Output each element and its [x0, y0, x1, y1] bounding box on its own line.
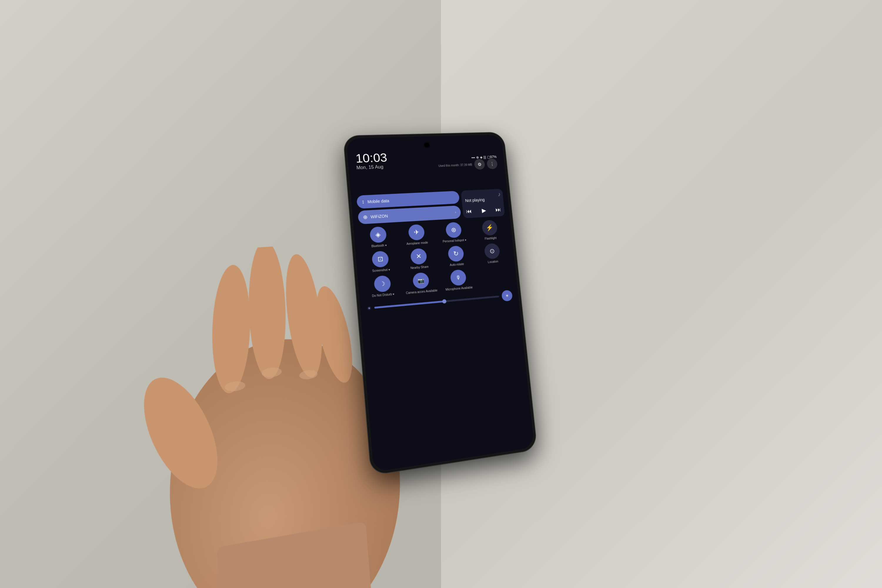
hotspot-icon: ⊛: [445, 222, 462, 238]
music-note-icon: ♪: [498, 191, 501, 198]
aeroplane-icon: ✈: [408, 224, 425, 240]
bluetooth-tile[interactable]: ◈ Bluetooth ▾: [359, 226, 397, 249]
screenshot-icon: ⊡: [371, 250, 389, 267]
mobile-data-label: Mobile data: [367, 198, 389, 204]
brightness-settings-button[interactable]: ☀: [501, 290, 513, 302]
play-button[interactable]: ▶: [481, 207, 486, 214]
flashlight-icon: ⚡: [481, 220, 498, 236]
volume-down-button[interactable]: [348, 208, 351, 224]
brightness-slider[interactable]: [374, 296, 499, 308]
more-icon: ⋮: [490, 161, 495, 166]
location-tile[interactable]: ⊙ Location: [474, 242, 510, 265]
auto-rotate-tile[interactable]: ↻ Auto-rotate: [438, 245, 474, 268]
location-icon: ⊙: [484, 243, 500, 260]
wifi-toggle[interactable]: ⊕ WiFiZON ›: [357, 206, 461, 224]
more-options-button[interactable]: ⋮: [487, 159, 498, 170]
wifi-icon: ⊕: [363, 214, 368, 220]
settings-icon: ⚙: [477, 162, 482, 167]
auto-rotate-icon: ↻: [447, 246, 464, 262]
microphone-icon: 🎙: [450, 269, 466, 286]
dnd-icon: ☽: [374, 275, 391, 292]
camera-icon: 📷: [412, 272, 429, 289]
microphone-tile[interactable]: 🎙 Microphone Available: [440, 268, 477, 292]
dnd-tile[interactable]: ☽ Do Not Disturb ▾: [363, 274, 402, 298]
hotspot-tile[interactable]: ⊛ Personal hotspot ▾: [435, 221, 472, 244]
phone: 10:03 Mon, 15 Aug ▪▪▪ ⊕ ◈ ||| ▢97% Used …: [344, 132, 537, 475]
scene: 10:03 Mon, 15 Aug ▪▪▪ ⊕ ◈ ||| ▢97% Used …: [203, 38, 660, 588]
microphone-label: Microphone Available: [446, 286, 473, 292]
flashlight-label: Flashlight: [484, 236, 496, 240]
flashlight-tile[interactable]: ⚡ Flashlight: [472, 219, 507, 242]
mobile-data-icon: ↕: [362, 199, 364, 205]
nearby-share-icon: ✕: [410, 248, 427, 265]
next-track-button[interactable]: ⏭: [495, 206, 501, 213]
volume-up-button[interactable]: [346, 189, 349, 205]
aeroplane-tile[interactable]: ✈ Aeroplane mode: [398, 224, 435, 246]
brightness-high-icon: ☀: [505, 293, 509, 298]
wifi-arrow: ›: [455, 210, 456, 214]
not-playing-label: Not playing: [465, 196, 500, 203]
brightness-thumb[interactable]: [442, 299, 447, 303]
quick-toggles: ↕ Mobile data ⊕ WiFiZON ›: [356, 191, 461, 224]
nearby-share-tile[interactable]: ✕ Nearby Share: [400, 247, 437, 270]
aeroplane-label: Aeroplane mode: [406, 241, 428, 246]
bluetooth-icon: ◈: [369, 226, 387, 243]
media-controls: ⏮ ▶ ⏭: [466, 206, 502, 214]
bluetooth-label: Bluetooth ▾: [371, 244, 387, 248]
phone-screen: 10:03 Mon, 15 Aug ▪▪▪ ⊕ ◈ ||| ▢97% Used …: [346, 135, 534, 472]
top-row: ↕ Mobile data ⊕ WiFiZON › ♪ Not play: [356, 189, 505, 224]
data-usage-label: Used this month: 37.39 MB: [438, 163, 472, 167]
empty-icon: [486, 266, 502, 283]
camera-label: Camera acces Available: [406, 289, 438, 295]
empty-tile: [477, 266, 513, 289]
screenshot-tile[interactable]: ⊡ Screenshot ▾: [361, 250, 399, 274]
brightness-low-icon: ☀: [367, 305, 371, 311]
auto-rotate-label: Auto-rotate: [450, 262, 464, 267]
power-button[interactable]: [509, 187, 512, 206]
wifi-label: WiFiZON: [370, 214, 388, 219]
camera-access-tile[interactable]: 📷 Camera acces Available: [402, 272, 440, 295]
media-player: ♪ Not playing ⏮ ▶ ⏭: [461, 189, 505, 218]
hotspot-label: Personal hotspot ▾: [442, 238, 466, 243]
settings-button[interactable]: ⚙: [474, 159, 485, 170]
prev-track-button[interactable]: ⏮: [466, 208, 472, 214]
data-usage-text: Used this month: 37.39 MB: [438, 163, 472, 167]
screen-content: 10:03 Mon, 15 Aug ▪▪▪ ⊕ ◈ ||| ▢97% Used …: [346, 135, 534, 472]
nearby-share-label: Nearby Share: [410, 265, 429, 270]
screenshot-label: Screenshot ▾: [372, 268, 390, 273]
dnd-label: Do Not Disturb ▾: [372, 292, 394, 298]
location-label: Location: [488, 260, 499, 264]
main-content: ↕ Mobile data ⊕ WiFiZON › ♪ Not play: [356, 189, 529, 465]
